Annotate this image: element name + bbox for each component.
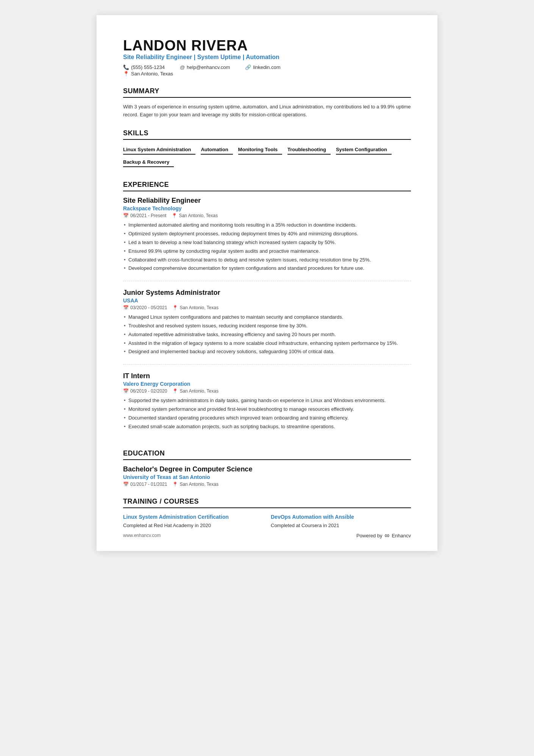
list-item: Optimized system deployment processes, r…: [123, 230, 411, 238]
job-meta: 📅 03/2020 - 05/2021 📍 San Antonio, Texas: [123, 305, 411, 310]
training-item: DevOps Automation with AnsibleCompleted …: [271, 513, 411, 528]
job-location-item: 📍 San Antonio, Texas: [172, 213, 218, 218]
list-item: Supported the system administrators in d…: [123, 397, 411, 405]
job-block: IT InternValero Energy Corporation 📅 06/…: [123, 372, 411, 439]
edu-date-item: 📅 01/2017 - 01/2021: [123, 482, 167, 487]
education-section: EDUCATION Bachelor's Degree in Computer …: [123, 449, 411, 487]
job-location: San Antonio, Texas: [180, 305, 219, 310]
job-date: 03/2020 - 05/2021: [130, 305, 167, 310]
candidate-name: LANDON RIVERA: [123, 38, 411, 54]
skills-title: SKILLS: [123, 129, 411, 140]
bullet-list: Managed Linux system configurations and …: [123, 313, 411, 356]
job-meta: 📅 06/2021 - Present 📍 San Antonio, Texas: [123, 213, 411, 218]
training-item-title: DevOps Automation with Ansible: [271, 513, 411, 521]
job-date-item: 📅 03/2020 - 05/2021: [123, 305, 167, 310]
bullet-list: Supported the system administrators in d…: [123, 397, 411, 430]
header: LANDON RIVERA Site Reliability Engineer …: [123, 38, 411, 77]
training-container: Linux System Administration Certificatio…: [123, 513, 411, 528]
calendar-icon: 📅: [123, 388, 129, 394]
job-location: San Antonio, Texas: [179, 213, 218, 218]
powered-by-text: Powered by: [356, 533, 383, 538]
page-footer: www.enhancv.com Powered by ∞ Enhancv: [123, 532, 411, 540]
skill-tag: Automation: [201, 145, 233, 155]
list-item: Automated repetitive administrative task…: [123, 331, 411, 339]
experience-title: EXPERIENCE: [123, 181, 411, 191]
calendar-icon: 📅: [123, 482, 129, 487]
list-item: Designed and implemented backup and reco…: [123, 348, 411, 356]
edu-degree: Bachelor's Degree in Computer Science: [123, 465, 411, 473]
skill-tag: Monitoring Tools: [238, 145, 282, 155]
training-item-title: Linux System Administration Certificatio…: [123, 513, 263, 521]
candidate-title: Site Reliability Engineer | System Uptim…: [123, 54, 411, 61]
list-item: Collaborated with cross-functional teams…: [123, 256, 411, 264]
list-item: Executed small-scale automation projects…: [123, 423, 411, 431]
job-date-item: 📅 06/2019 - 02/2020: [123, 388, 167, 394]
education-block: Bachelor's Degree in Computer Science Un…: [123, 465, 411, 487]
summary-text: With 3 years of experience in ensuring s…: [123, 103, 411, 119]
calendar-icon: 📅: [123, 213, 129, 218]
edu-location-item: 📍 San Antonio, Texas: [172, 482, 219, 487]
skill-tag: Linux System Administration: [123, 145, 195, 155]
job-location: San Antonio, Texas: [180, 388, 219, 394]
skill-tag: Troubleshooting: [287, 145, 331, 155]
skill-tag: Backup & Recovery: [123, 158, 174, 167]
email-value: help@enhancv.com: [187, 64, 230, 70]
calendar-icon: 📅: [123, 305, 129, 310]
job-title: IT Intern: [123, 372, 411, 380]
list-item: Assisted in the migration of legacy syst…: [123, 340, 411, 347]
enhancv-branding: Powered by ∞ Enhancv: [356, 532, 411, 540]
skills-section: SKILLS Linux System AdministrationAutoma…: [123, 129, 411, 170]
list-item: Managed Linux system configurations and …: [123, 313, 411, 321]
edu-location: San Antonio, Texas: [180, 482, 219, 487]
phone-item: 📞 (555) 555-1234: [123, 64, 165, 70]
experience-section: EXPERIENCE Site Reliability EngineerRack…: [123, 181, 411, 439]
email-icon: @: [180, 64, 185, 70]
list-item: Ensured 99.9% uptime by conducting regul…: [123, 247, 411, 255]
education-title: EDUCATION: [123, 449, 411, 460]
list-item: Developed comprehensive documentation fo…: [123, 265, 411, 272]
job-title: Site Reliability Engineer: [123, 197, 411, 205]
resume-page: LANDON RIVERA Site Reliability Engineer …: [97, 15, 437, 551]
footer-website: www.enhancv.com: [123, 533, 161, 538]
list-item: Monitored system performance and provide…: [123, 405, 411, 413]
location-icon: 📍: [172, 213, 177, 218]
bullet-list: Implemented automated alerting and monit…: [123, 221, 411, 272]
enhancv-brand-name: Enhancv: [392, 533, 411, 538]
edu-school: University of Texas at San Antonio: [123, 474, 411, 480]
contact-row: 📞 (555) 555-1234 @ help@enhancv.com 🔗 li…: [123, 64, 411, 70]
job-meta: 📅 06/2019 - 02/2020 📍 San Antonio, Texas: [123, 388, 411, 394]
linkedin-item: 🔗 linkedin.com: [245, 64, 280, 70]
company-name: Rackspace Technology: [123, 205, 411, 211]
company-name: Valero Energy Corporation: [123, 381, 411, 387]
list-item: Documented standard operating procedures…: [123, 414, 411, 422]
summary-title: SUMMARY: [123, 87, 411, 98]
edu-location-icon: 📍: [172, 482, 178, 487]
job-date: 06/2021 - Present: [130, 213, 166, 218]
training-section: TRAINING / COURSES Linux System Administ…: [123, 498, 411, 528]
jobs-container: Site Reliability EngineerRackspace Techn…: [123, 197, 411, 439]
training-item: Linux System Administration Certificatio…: [123, 513, 263, 528]
job-location-item: 📍 San Antonio, Texas: [172, 388, 219, 394]
linkedin-value: linkedin.com: [253, 64, 280, 70]
job-date-item: 📅 06/2021 - Present: [123, 213, 166, 218]
location-icon: 📍: [172, 388, 178, 394]
phone-value: (555) 555-1234: [131, 64, 165, 70]
list-item: Implemented automated alerting and monit…: [123, 221, 411, 229]
training-item-detail: Completed at Coursera in 2021: [271, 523, 411, 528]
list-item: Troubleshot and resolved system issues, …: [123, 322, 411, 330]
job-title: Junior Systems Administrator: [123, 289, 411, 297]
company-name: USAA: [123, 297, 411, 304]
training-title: TRAINING / COURSES: [123, 498, 411, 508]
training-item-detail: Completed at Red Hat Academy in 2020: [123, 523, 263, 528]
job-block: Site Reliability EngineerRackspace Techn…: [123, 197, 411, 281]
location-value: San Antonio, Texas: [131, 71, 173, 77]
location-icon: 📍: [123, 71, 129, 77]
location-row: 📍 San Antonio, Texas: [123, 71, 411, 77]
job-location-item: 📍 San Antonio, Texas: [172, 305, 219, 310]
skills-container: Linux System AdministrationAutomationMon…: [123, 145, 411, 170]
location-icon: 📍: [172, 305, 178, 310]
job-date: 06/2019 - 02/2020: [130, 388, 167, 394]
email-item: @ help@enhancv.com: [180, 64, 230, 70]
enhancv-icon: ∞: [385, 532, 390, 540]
job-block: Junior Systems AdministratorUSAA 📅 03/20…: [123, 289, 411, 365]
